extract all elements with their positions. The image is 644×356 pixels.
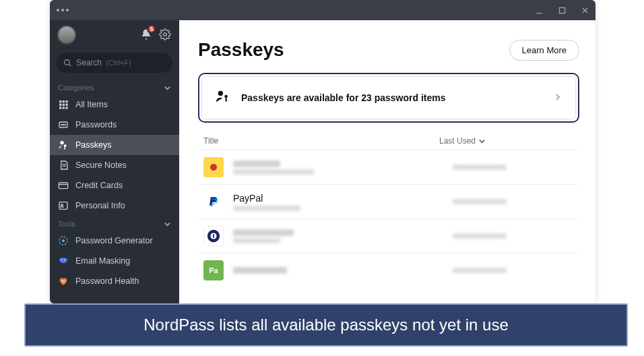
learn-more-button[interactable]: Learn More	[509, 40, 579, 61]
sidebar-item-passwords[interactable]: Passwords	[50, 115, 179, 135]
item-subtitle	[233, 169, 314, 175]
avatar[interactable]	[58, 26, 75, 44]
sidebar: 5 Search (Ctrl+F) Categories All Items	[50, 20, 179, 303]
chevron-right-icon	[554, 92, 562, 104]
chevron-down-icon	[164, 220, 171, 228]
sidebar-item-all-items[interactable]: All Items	[50, 94, 179, 115]
sidebar-tool-email-masking[interactable]: Email Masking	[50, 251, 179, 271]
sidebar-item-label: Credit Cards	[75, 181, 123, 190]
generator-icon	[58, 235, 69, 246]
list-item[interactable]: PayPal	[198, 184, 579, 218]
item-title	[233, 160, 280, 167]
categories-header[interactable]: Categories	[50, 80, 179, 94]
passkeys-icon	[216, 89, 230, 107]
mask-icon	[58, 256, 69, 266]
window-close-icon[interactable]	[581, 6, 589, 14]
sidebar-item-label: Personal Info	[75, 201, 125, 210]
titlebar	[50, 0, 595, 20]
credit-card-icon	[58, 180, 69, 191]
sidebar-item-secure-notes[interactable]: Secure Notes	[50, 155, 179, 175]
sidebar-item-label: All Items	[75, 100, 108, 109]
item-icon	[203, 226, 224, 246]
banner-text: Passkeys are available for 23 password i…	[241, 92, 543, 103]
search-icon	[63, 59, 72, 67]
caption-banner: NordPass lists all available passkeys no…	[24, 303, 628, 347]
tools-header[interactable]: Tools	[50, 216, 179, 231]
sidebar-item-credit-cards[interactable]: Credit Cards	[50, 175, 179, 196]
svg-rect-23	[59, 183, 67, 189]
sidebar-item-label: Password Generator	[75, 236, 153, 245]
app-window: 5 Search (Ctrl+F) Categories All Items	[50, 0, 595, 303]
notifications-bell-icon[interactable]: 5	[140, 28, 152, 42]
item-subtitle	[233, 206, 300, 211]
svg-point-30	[64, 260, 65, 261]
svg-rect-9	[65, 100, 67, 102]
svg-point-28	[63, 240, 65, 242]
search-input[interactable]: Search (Ctrl+F)	[57, 53, 172, 73]
search-label: Search	[76, 58, 102, 67]
svg-rect-10	[59, 104, 61, 106]
item-subtitle	[233, 238, 280, 243]
passwords-icon	[58, 119, 69, 130]
svg-point-4	[164, 32, 167, 36]
svg-point-32	[224, 95, 228, 98]
chevron-down-icon	[164, 84, 171, 92]
svg-point-19	[65, 124, 65, 125]
window-maximize-icon[interactable]	[558, 6, 566, 14]
list-header: Title Last Used	[198, 132, 579, 150]
search-hint: (Ctrl+F)	[106, 59, 131, 67]
health-icon	[58, 276, 69, 287]
window-minimize-icon[interactable]	[535, 6, 543, 14]
window-menu-dots[interactable]	[57, 9, 69, 11]
sidebar-item-label: Email Masking	[75, 256, 130, 266]
list-item[interactable]	[198, 218, 579, 253]
item-last-used	[453, 233, 507, 239]
main-content: Passkeys Learn More Passkeys are availab…	[179, 20, 595, 303]
sidebar-item-label: Passkeys	[75, 140, 112, 150]
svg-rect-8	[63, 100, 65, 102]
item-title	[233, 229, 294, 236]
person-icon	[58, 200, 69, 211]
page-title: Passkeys	[198, 39, 284, 61]
svg-rect-1	[559, 7, 565, 13]
svg-point-5	[65, 59, 70, 65]
passkeys-icon	[58, 140, 69, 150]
item-last-used	[453, 165, 507, 170]
svg-rect-25	[59, 202, 67, 210]
column-last-used[interactable]: Last Used	[439, 136, 574, 146]
svg-point-29	[61, 260, 63, 261]
item-title: PayPal	[233, 193, 443, 204]
sidebar-item-personal-info[interactable]: Personal Info	[50, 196, 179, 216]
sidebar-item-label: Secure Notes	[75, 160, 127, 170]
svg-point-18	[63, 124, 63, 125]
sidebar-item-passkeys[interactable]: Passkeys	[50, 135, 179, 155]
grid-icon	[58, 99, 69, 110]
svg-rect-15	[65, 107, 67, 109]
column-title: Title	[203, 136, 439, 146]
svg-point-17	[61, 124, 62, 125]
item-title	[233, 267, 287, 274]
list-item[interactable]	[198, 150, 579, 184]
svg-point-31	[218, 91, 223, 96]
svg-line-6	[69, 64, 71, 66]
sidebar-tool-password-generator[interactable]: Password Generator	[50, 231, 179, 251]
item-icon	[203, 191, 224, 212]
sidebar-tool-password-health[interactable]: Password Health	[50, 271, 179, 291]
item-icon	[203, 157, 224, 177]
svg-rect-7	[59, 100, 61, 102]
settings-gear-icon[interactable]	[159, 28, 171, 42]
item-icon: Pa	[203, 260, 224, 280]
svg-rect-14	[63, 107, 65, 109]
svg-point-26	[61, 204, 63, 206]
list-item[interactable]: Pa	[198, 253, 579, 287]
item-last-used	[453, 268, 507, 273]
svg-rect-12	[65, 104, 67, 106]
notifications-badge: 5	[147, 24, 156, 34]
note-icon	[58, 160, 69, 171]
sidebar-item-label: Passwords	[75, 120, 117, 129]
svg-rect-13	[59, 107, 61, 109]
svg-point-20	[60, 141, 63, 144]
passkeys-available-banner[interactable]: Passkeys are available for 23 password i…	[198, 73, 579, 123]
svg-rect-11	[63, 104, 65, 106]
svg-rect-35	[213, 234, 214, 238]
